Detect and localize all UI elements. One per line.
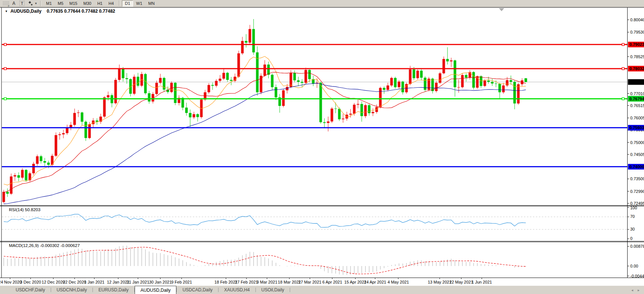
chart-ohlc-quote: 0.77635 0.77644 0.77482 0.77482 <box>47 9 115 14</box>
toolbar-separator <box>40 1 41 6</box>
chart-shift-marker-icon <box>499 8 504 11</box>
price-badge-label: 0.74000 <box>629 165 644 169</box>
timeframe-button-d1[interactable]: D1 <box>122 0 133 7</box>
date-tick-label: 9 Mar 2021 <box>257 280 277 284</box>
text-label-icon: T <box>19 1 25 6</box>
tab-audusd-daily[interactable]: AUDUSD,Daily <box>135 286 177 294</box>
candlestick-series <box>3 19 527 203</box>
text-label-tool-button[interactable]: T <box>18 0 26 7</box>
macd-histogram <box>4 246 526 275</box>
price-badge-label: 0.79023 <box>629 42 644 47</box>
arrows-dropdown-caret-icon[interactable]: ▾ <box>35 1 37 5</box>
timeframe-button-h1[interactable]: H1 <box>94 0 106 7</box>
timeframe-button-m15[interactable]: M15 <box>66 0 80 7</box>
toolbar-separator <box>119 0 120 6</box>
tab-eurusd-daily[interactable]: EURUSD,Daily <box>93 286 134 294</box>
timeframe-button-m5[interactable]: M5 <box>55 0 66 7</box>
chart-tab-bar: USDCHF,DailyUSDCNH,DailyEURUSD,DailyAUDU… <box>0 285 644 294</box>
price-tick-label: 0.79530 <box>630 30 644 34</box>
tab-separator <box>290 288 290 292</box>
price-tick-label: 0.80040 <box>630 18 644 22</box>
chart-title: ▼ AUDUSD,Daily 0.77635 0.77644 0.77482 0… <box>5 9 115 14</box>
date-tick-label: 13 May 2021 <box>428 280 452 284</box>
date-tick-label: 1 Jan 2021 <box>84 280 104 284</box>
text-tool-button[interactable]: A <box>10 0 18 7</box>
price-tick-label: 0.77010 <box>630 91 644 96</box>
price-tick-label: 0.74505 <box>630 152 644 157</box>
macd-tick-label: -0.004451 <box>630 274 644 278</box>
price-tick-label: 0.76005 <box>630 116 644 120</box>
date-tick-label: 4 May 2021 <box>387 280 409 284</box>
macd-indicator-label: MACD(12,26,9) -0.000302 -0.000627 <box>9 243 80 248</box>
date-tick-label: 27 Feb 2021 <box>235 280 258 284</box>
price-badge-label: 0.76794 <box>629 97 644 101</box>
arrow-tools-button[interactable] <box>26 0 34 7</box>
chart-symbol-label: AUDUSD,Daily <box>10 9 41 14</box>
timeframe-button-mn[interactable]: MN <box>145 0 158 7</box>
timeframe-button-m30[interactable]: M30 <box>81 0 94 7</box>
date-tick-label: 18 Mar 2021 <box>278 280 301 284</box>
date-tick-label: 18 Feb 2021 <box>214 280 238 284</box>
date-tick-label: 24 Apr 2021 <box>364 280 386 284</box>
date-tick-label: 30 Jan 2021 <box>149 280 172 284</box>
text-icon: A <box>12 1 16 6</box>
macd-tick-label: 0.008782 <box>630 244 644 248</box>
top-toolbar: F A T ▾ M1M5M15M30H1H4D1W1MN <box>0 0 644 7</box>
date-tick-label: 9 Feb 2021 <box>171 280 192 284</box>
date-tick-label: 27 Mar 2021 <box>298 280 321 284</box>
price-tick-label: 0.75000 <box>630 140 644 145</box>
fibonacci-tool-button[interactable]: F <box>2 0 9 7</box>
rsi-tick-label: 30 <box>630 227 635 231</box>
price-tick-label: 0.72990 <box>630 189 644 194</box>
date-tick-label: 6 Apr 2021 <box>322 280 342 284</box>
timeframe-button-h4[interactable]: H4 <box>106 0 117 7</box>
timeframe-buttons: M1M5M15M30H1H4D1W1MN <box>43 0 158 7</box>
date-tick-label: 15 Apr 2021 <box>344 280 366 284</box>
price-badge-label: 0.78032 <box>629 66 644 71</box>
date-tick-label: 12 Dec 2020 <box>42 280 65 284</box>
rsi-indicator-label: RSI(14) 50.8203 <box>9 207 40 212</box>
date-tick-label: 22 Dec 2020 <box>63 280 86 284</box>
date-tick-label: 1 Jun 2021 <box>472 280 492 284</box>
line-handle[interactable] <box>622 68 624 70</box>
date-tick-label: 3 Dec 2020 <box>20 280 41 284</box>
tab-scroll-left-icon[interactable]: ◂ <box>631 288 633 292</box>
tab-usdcad-daily[interactable]: USDCAD,Daily <box>177 286 218 294</box>
line-handle[interactable] <box>622 43 624 46</box>
ma-slow-line <box>4 83 526 204</box>
tab-usdcnh-daily[interactable]: USDCNH,Daily <box>51 286 92 294</box>
price-badge-label: 0.77482 <box>629 80 644 84</box>
tab-xauusd-h4[interactable]: XAUUSD,H4 <box>219 286 255 294</box>
line-handle[interactable] <box>622 98 624 100</box>
date-tick-label: 21 Jan 2021 <box>127 280 150 284</box>
price-tick-label: 0.72495 <box>630 201 644 206</box>
rsi-line <box>4 214 526 227</box>
price-tick-label: 0.78525 <box>630 54 644 59</box>
date-tick-label: 24 Nov 2020 <box>0 280 22 284</box>
line-handle[interactable] <box>4 43 6 46</box>
rsi-tick-label: 100 <box>630 206 637 210</box>
tab-usoil-daily[interactable]: USOil,Daily <box>256 286 290 294</box>
tab-usdchf-daily[interactable]: USDCHF,Daily <box>10 286 51 294</box>
rsi-tick-label: 70 <box>630 214 635 219</box>
arrows-icon <box>27 0 33 6</box>
symbol-dropdown-icon[interactable]: ▼ <box>5 10 8 13</box>
timeframe-button-w1[interactable]: W1 <box>133 0 145 7</box>
line-handle[interactable] <box>4 98 6 100</box>
price-tick-label: 0.76515 <box>630 103 644 108</box>
tab-scroll-right-icon[interactable]: ▸ <box>638 288 640 292</box>
ma-mid-line <box>4 72 526 193</box>
price-badge-label: 0.75603 <box>629 125 644 130</box>
fibonacci-icon: F <box>3 1 9 6</box>
timeframe-button-m1[interactable]: M1 <box>43 0 55 7</box>
rsi-tick-label: 0 <box>630 236 632 241</box>
date-tick-label: 22 May 2021 <box>449 280 473 284</box>
line-handle[interactable] <box>4 68 6 70</box>
chart-canvas[interactable]: 0.800400.795300.785250.770100.765150.760… <box>0 0 644 286</box>
date-tick-label: 12 Jan 2021 <box>107 280 130 284</box>
macd-tick-label: 0.00 <box>630 264 638 268</box>
price-tick-label: 0.73500 <box>630 176 644 181</box>
